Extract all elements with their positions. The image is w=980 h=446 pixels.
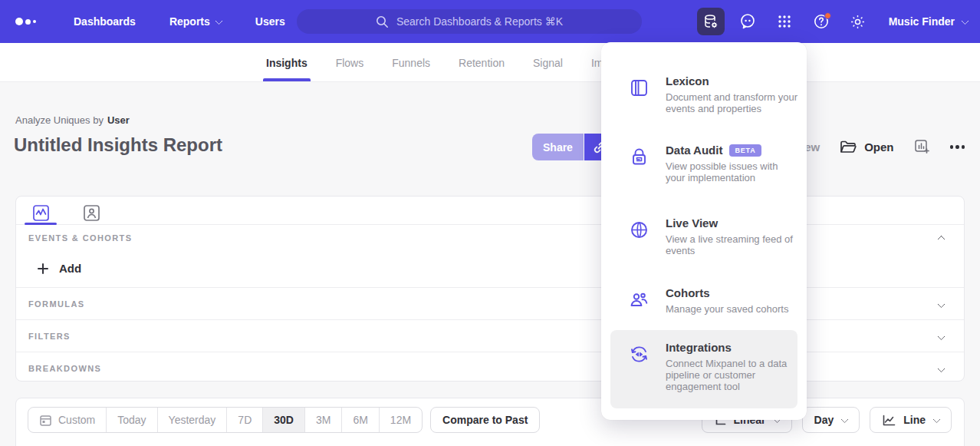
person-square-icon xyxy=(83,204,100,222)
search-placeholder: Search Dashboards & Reports ⌘K xyxy=(396,15,563,28)
add-event-button[interactable]: Add xyxy=(16,251,964,287)
page-title[interactable]: Untitled Insights Report xyxy=(14,134,222,156)
chevron-up-icon xyxy=(938,236,945,243)
date-range-today[interactable]: Today xyxy=(107,408,157,432)
section-filters[interactable]: FILTERS xyxy=(16,320,964,352)
profiles-view-tab[interactable] xyxy=(75,202,107,224)
date-range-label: Today xyxy=(117,414,146,426)
calendar-icon xyxy=(39,414,52,427)
share-button[interactable]: Share xyxy=(532,134,584,160)
date-range-12m[interactable]: 12M xyxy=(380,408,422,432)
date-range-label: Yesterday xyxy=(169,414,216,426)
add-label: Add xyxy=(59,262,81,275)
date-range-yesterday[interactable]: Yesterday xyxy=(158,408,228,432)
tab-label: Insights xyxy=(266,57,307,69)
plus-icon xyxy=(38,263,48,274)
menu-item-data-audit[interactable]: Data Audit BETA View possible issues wit… xyxy=(610,133,797,207)
apps-grid-icon[interactable] xyxy=(771,8,798,35)
chart-type-label: Line xyxy=(903,414,926,426)
chevron-down-icon xyxy=(841,415,849,423)
chevron-down-icon xyxy=(938,300,945,308)
search-input[interactable]: Search Dashboards & Reports ⌘K xyxy=(297,9,642,34)
save-to-board-button[interactable] xyxy=(914,139,930,155)
chevron-down-icon xyxy=(215,17,222,25)
data-management-icon[interactable] xyxy=(697,8,725,35)
live-view-globe-icon xyxy=(629,216,650,277)
help-icon[interactable] xyxy=(807,8,835,35)
project-switcher[interactable]: Music Finder xyxy=(889,15,968,28)
menu-item-cohorts[interactable]: Cohorts Manage your saved cohorts xyxy=(610,276,797,329)
menu-item-description: Connect Mixpanel to a data pipeline or c… xyxy=(666,358,797,392)
tab-flows[interactable]: Flows xyxy=(334,43,366,82)
nav-item-reports[interactable]: Reports xyxy=(169,15,222,28)
chart-type-dropdown[interactable]: Line xyxy=(870,407,952,433)
add-chart-icon xyxy=(914,139,930,155)
open-report-button[interactable]: Open xyxy=(840,140,893,154)
nav-item-label: Reports xyxy=(169,15,210,28)
menu-item-title: Live View xyxy=(666,216,718,230)
date-range-7d[interactable]: 7D xyxy=(227,408,263,432)
feedback-icon[interactable] xyxy=(734,8,761,35)
nav-item-label: Dashboards xyxy=(74,15,136,28)
primary-nav: Dashboards Reports Users xyxy=(74,15,285,28)
collapse-section-button[interactable] xyxy=(939,231,944,245)
search-icon xyxy=(376,15,389,28)
section-label: FORMULAS xyxy=(28,299,85,309)
tab-label: Funnels xyxy=(392,57,430,69)
subtitle-prefix: Analyze Uniques by xyxy=(15,114,104,126)
menu-item-description: View a live streaming feed of events xyxy=(666,233,797,256)
date-range-label: 6M xyxy=(353,414,367,426)
menu-item-title: Cohorts xyxy=(666,286,710,299)
builder-view-tabs xyxy=(16,197,964,224)
report-tabs: Insights Flows Funnels Retention Signal … xyxy=(265,43,625,82)
mixpanel-logo-icon[interactable] xyxy=(15,18,46,25)
report-subtitle: Analyze Uniques byUser xyxy=(15,114,130,126)
settings-icon[interactable] xyxy=(844,8,872,35)
line-chart-icon xyxy=(882,414,896,427)
tab-retention[interactable]: Retention xyxy=(457,43,506,82)
expand-section-button[interactable] xyxy=(939,329,944,343)
date-range-30d[interactable]: 30D xyxy=(263,408,305,432)
metrics-view-tab[interactable] xyxy=(25,202,57,224)
integrations-sync-icon xyxy=(629,341,650,408)
section-formulas[interactable]: FORMULAS xyxy=(16,288,964,319)
tab-insights[interactable]: Insights xyxy=(265,43,309,82)
date-range-label: 7D xyxy=(238,414,252,426)
expand-section-button[interactable] xyxy=(939,362,944,375)
date-range-selector: Custom Today Yesterday 7D 30D 3M 6M 12M xyxy=(28,407,423,433)
section-breakdowns[interactable]: BREAKDOWNS xyxy=(16,352,964,384)
expand-section-button[interactable] xyxy=(939,297,944,311)
interval-label: Day xyxy=(814,414,834,426)
subtitle-entity[interactable]: User xyxy=(107,114,130,126)
data-audit-lock-icon xyxy=(629,144,650,207)
date-range-3m[interactable]: 3M xyxy=(305,408,342,432)
menu-item-lexicon[interactable]: Lexicon Document and transform your even… xyxy=(610,64,797,134)
date-range-custom[interactable]: Custom xyxy=(28,408,107,432)
menu-item-live-view[interactable]: Live View View a live streaming feed of … xyxy=(610,206,797,277)
report-actions: New Open xyxy=(779,134,965,160)
report-tabs-row: Insights Flows Funnels Retention Signal … xyxy=(0,43,980,82)
menu-item-integrations[interactable]: Integrations Connect Mixpanel to a data … xyxy=(610,330,797,408)
tab-label: Signal xyxy=(533,57,563,69)
nav-item-dashboards[interactable]: Dashboards xyxy=(74,15,136,28)
section-label: EVENTS & COHORTS xyxy=(28,233,132,243)
nav-right-icons: Music Finder xyxy=(697,0,968,43)
nav-item-users[interactable]: Users xyxy=(255,15,285,28)
chevron-down-icon xyxy=(938,365,945,372)
gear-icon xyxy=(849,13,867,31)
tab-funnels[interactable]: Funnels xyxy=(390,43,432,82)
interval-dropdown[interactable]: Day xyxy=(802,407,860,433)
compare-to-past-button[interactable]: Compare to Past xyxy=(430,407,540,433)
section-events-cohorts[interactable]: EVENTS & COHORTS xyxy=(16,225,964,251)
date-range-label: 3M xyxy=(316,414,331,426)
tab-signal[interactable]: Signal xyxy=(531,43,564,82)
date-range-label: 30D xyxy=(274,414,294,426)
query-builder-panel: EVENTS & COHORTS Add FORMULAS FILTERS BR… xyxy=(15,196,965,382)
date-range-label: Custom xyxy=(58,414,95,426)
menu-item-description: View possible issues with your implement… xyxy=(666,160,797,183)
more-options-button[interactable] xyxy=(950,145,965,149)
database-gear-icon xyxy=(702,13,719,30)
notification-dot xyxy=(824,12,831,19)
date-range-6m[interactable]: 6M xyxy=(342,408,379,432)
lexicon-book-icon xyxy=(629,74,650,134)
